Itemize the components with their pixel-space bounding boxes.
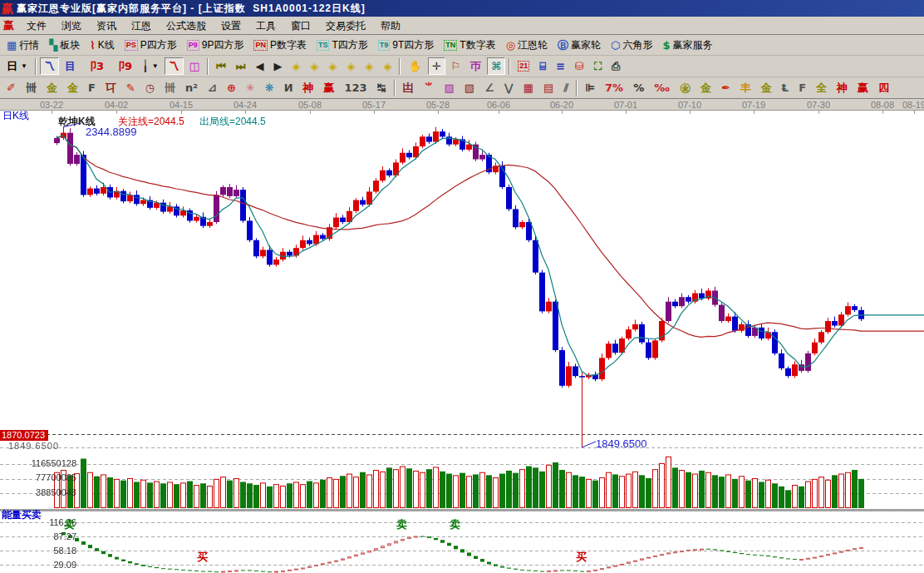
tool-n-wave-button[interactable]: И <box>280 79 297 96</box>
tool-info-panel-button[interactable]: 目 <box>61 57 80 75</box>
tool-profile-chart-button[interactable]: ◫ <box>185 57 204 75</box>
tool-mark-tool-button[interactable]: 帀 <box>466 57 485 75</box>
tool-page-right-button[interactable]: ▶ <box>269 57 286 75</box>
tool-shen-grid-button[interactable]: 神 <box>299 79 318 96</box>
tool-diamond-compress-button[interactable]: ◈ <box>342 57 359 75</box>
tool-notes-button[interactable]: ≡ <box>552 57 569 75</box>
tool-star-burst-button[interactable]: ✳ <box>242 79 259 96</box>
tool-angle-a-button[interactable]: ⊿ <box>204 79 221 96</box>
tool-pan-hand-button[interactable]: ✋ <box>404 57 425 75</box>
tool-winner-wheel-button[interactable]: Ⓑ赢家轮 <box>553 37 605 54</box>
tool-percent-button[interactable]: % <box>629 79 648 96</box>
tool-diamond-expand-all-button[interactable]: ◈ <box>379 57 396 75</box>
tool-calendar-21-button[interactable]: 21 <box>514 57 533 75</box>
tool-diamond-left-button[interactable]: ◈ <box>288 57 304 75</box>
tool-crosshair-button[interactable]: ✛ <box>428 57 445 75</box>
tool-grid-box-2-button[interactable]: ▤ <box>539 79 558 96</box>
tool-jump-first-button[interactable]: ⏮ <box>212 57 230 75</box>
menu-item-资讯[interactable]: 资讯 <box>89 18 124 33</box>
tool-gann-box-button[interactable]: 凷 <box>399 79 418 96</box>
tool-p-square-button[interactable]: PSP四方形 <box>120 37 181 54</box>
tool-draw-pen-button[interactable]: ✎ <box>122 79 140 96</box>
tool-diamond-right-button[interactable]: ◈ <box>306 57 322 75</box>
dropdown-arrow-icon[interactable]: ▼ <box>152 62 159 70</box>
tool-n2-grid-button[interactable]: n² <box>181 79 202 96</box>
tool-quan-angle-button[interactable]: 全 <box>812 79 831 96</box>
tool-span-arrows-button[interactable]: ↹ <box>373 79 391 96</box>
tool-grid-123-button[interactable]: 123 <box>341 79 371 96</box>
tool-period-day-dropdown-button[interactable]: 日▼ <box>2 57 32 75</box>
tool-ladder-3-button[interactable]: 卩3 <box>81 57 108 75</box>
tool-plain-grid-button[interactable]: 卌 <box>160 79 179 96</box>
tool-shen-angle-button[interactable]: 神 <box>833 79 852 96</box>
tool-diamond-expand-h-button[interactable]: ◈ <box>324 57 341 75</box>
tool-page-left-button[interactable]: ◀ <box>251 57 268 75</box>
tool-hexagon-button[interactable]: ⬡六角形 <box>607 37 656 54</box>
menu-item-公式选股[interactable]: 公式选股 <box>159 18 214 33</box>
tool-candle-style-dropdown-button[interactable]: ╽▼ <box>138 57 163 75</box>
tool-gann-wheel-button[interactable]: ◎江恩轮 <box>502 37 552 54</box>
tool-qiankun-pattern-toggle-button[interactable]: 〽 <box>40 57 59 75</box>
tool-draw-brush-button[interactable]: ✐ <box>2 79 20 96</box>
tool-t-number-table-button[interactable]: TNT数字表 <box>440 37 499 54</box>
tool-hash-gold-button[interactable]: 丰 <box>736 79 755 96</box>
tool-calculator-button[interactable]: ⌸ <box>535 57 550 75</box>
tool-gold-lines-button[interactable]: 金 <box>696 79 715 96</box>
tool-gann-grid-button[interactable]: 卌 <box>22 79 41 96</box>
menu-item-帮助[interactable]: 帮助 <box>373 18 408 33</box>
tool-box-magenta-button[interactable]: ▨ <box>440 79 459 96</box>
tool-gold-angle-button[interactable]: 金 <box>757 79 776 96</box>
menu-item-设置[interactable]: 设置 <box>214 18 248 33</box>
tool-four-angle-button[interactable]: 四 <box>874 79 893 96</box>
tool-box-fan-button[interactable]: ▧ <box>460 79 479 96</box>
menu-item-文件[interactable]: 文件 <box>19 18 54 33</box>
tool-gold-grid-2-button[interactable]: 金 <box>63 79 82 96</box>
tool-winner-service-button[interactable]: $赢家服务 <box>658 37 716 54</box>
tool-fan-lines-button[interactable]: ⺌ <box>420 79 439 96</box>
tool-price-levels-button[interactable]: ⊫ <box>581 79 599 96</box>
tool-p-number-table-button[interactable]: PNP数字表 <box>249 37 311 54</box>
tool-f-grid-button[interactable]: F <box>84 79 100 96</box>
tool-parallel-lines-button[interactable]: ⫽ <box>559 79 573 96</box>
tool-ladder-9-button[interactable]: 卩9 <box>110 57 136 75</box>
menu-item-窗口[interactable]: 窗口 <box>283 18 318 33</box>
tool-red-pattern-toggle-button[interactable]: 〽 <box>165 57 184 75</box>
tool-print-button[interactable]: ⎙ <box>607 57 624 75</box>
menu-item-浏览[interactable]: 浏览 <box>54 18 89 33</box>
tool-sectors-button[interactable]: ▚板块 <box>45 37 84 54</box>
menu-item-工具[interactable]: 工具 <box>248 18 283 33</box>
tool-f-angle-button[interactable]: F <box>794 79 810 96</box>
tool-percent-7-button[interactable]: 7% <box>601 79 627 96</box>
tool-spider-web-button[interactable]: ❋ <box>261 79 278 96</box>
tool-9t-square-button[interactable]: T99T四方形 <box>374 37 439 54</box>
tool-9p-square-button[interactable]: P99P四方形 <box>183 37 248 54</box>
tool-trend-angle-button[interactable]: ∠ <box>480 79 499 96</box>
kline-chart-canvas[interactable] <box>0 111 924 573</box>
tool-percent-line-button[interactable]: ‰ <box>650 79 674 96</box>
tool-zigzag-button[interactable]: ⋁ <box>500 79 518 96</box>
tool-diamond-center-button[interactable]: ◈ <box>361 57 377 75</box>
tool-j-angle-button[interactable]: Ⱡ <box>778 79 793 96</box>
tool-pen-levels-button[interactable]: ✒ <box>717 79 735 96</box>
menu-item-交易委托[interactable]: 交易委托 <box>318 18 373 33</box>
tool-compass-button[interactable]: ⊕ <box>223 79 240 96</box>
tool-win-grid-button[interactable]: 赢 <box>320 79 339 96</box>
tool-gold-grid-1-button[interactable]: 金 <box>42 79 61 96</box>
tool-quotes-button[interactable]: ▦行情 <box>2 37 43 54</box>
tool-angle-measure-button[interactable]: ⚐ <box>447 57 465 75</box>
date-tick-03-22: 03-22 <box>35 100 68 110</box>
tool-gold-circle-button[interactable]: ㊎ <box>676 79 695 96</box>
child-window-icon[interactable]: 赢 <box>2 18 19 33</box>
tool-t-square-button[interactable]: TST四方形 <box>312 37 372 54</box>
tool-time-circle-button[interactable]: ◷ <box>141 79 159 96</box>
tool-export-image-button[interactable]: ⛶ <box>590 57 606 75</box>
dropdown-arrow-icon[interactable]: ▼ <box>21 62 27 70</box>
menu-item-江恩[interactable]: 江恩 <box>124 18 159 33</box>
tool-win-angle-button[interactable]: 赢 <box>853 79 872 96</box>
tool-cycle-tool-button[interactable]: ⌘ <box>487 57 505 75</box>
tool-grid-box-1-button[interactable]: ▦ <box>519 79 538 96</box>
tool-save-button[interactable]: ⛁ <box>571 57 588 75</box>
tool-bow-grid-button[interactable]: 㔿 <box>101 79 120 96</box>
tool-kline-button[interactable]: ⌇K线 <box>86 37 118 54</box>
tool-jump-last-button[interactable]: ⏭ <box>232 57 250 75</box>
